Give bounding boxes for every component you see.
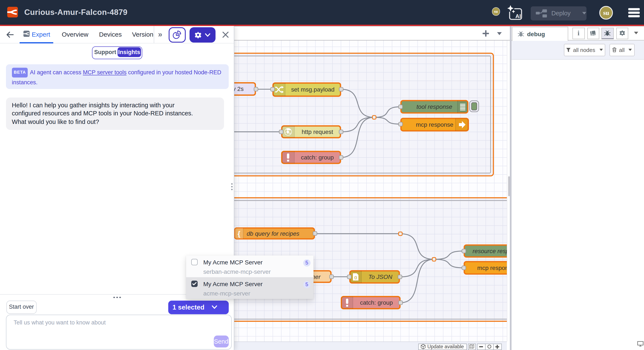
svg-text:resource response: resource response — [472, 248, 507, 254]
svg-text:every 2s: every 2s — [234, 85, 244, 92]
svg-text:http request: http request — [302, 128, 333, 135]
svg-text:set msg.payload: set msg.payload — [291, 86, 334, 92]
svg-text:AI: AI — [515, 13, 521, 19]
svg-text:{}: {} — [354, 275, 357, 279]
svg-text:To JSON: To JSON — [368, 273, 392, 280]
svg-text:{: { — [238, 229, 240, 238]
svg-text:catch: group: catch: group — [360, 299, 393, 306]
svg-text:mcp response: mcp response — [416, 121, 454, 128]
svg-text:mcp response: mcp response — [477, 264, 507, 271]
svg-text:db query for recipes: db query for recipes — [246, 230, 299, 237]
svg-text:tool response: tool response — [416, 103, 452, 110]
svg-text:catch: group: catch: group — [301, 154, 334, 160]
